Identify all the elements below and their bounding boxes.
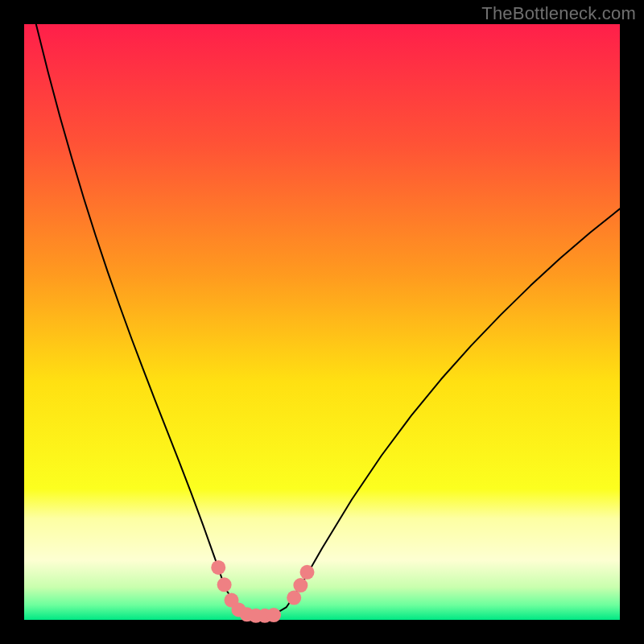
curve-marker [217, 577, 232, 592]
plot-background [24, 24, 620, 620]
curve-marker [266, 608, 281, 622]
bottleneck-chart [0, 0, 644, 644]
watermark-text: TheBottleneck.com [481, 3, 636, 24]
chart-frame: TheBottleneck.com [0, 0, 644, 644]
curve-marker [211, 560, 225, 575]
curve-marker [300, 565, 315, 580]
curve-marker [287, 591, 301, 605]
curve-marker [293, 578, 308, 592]
